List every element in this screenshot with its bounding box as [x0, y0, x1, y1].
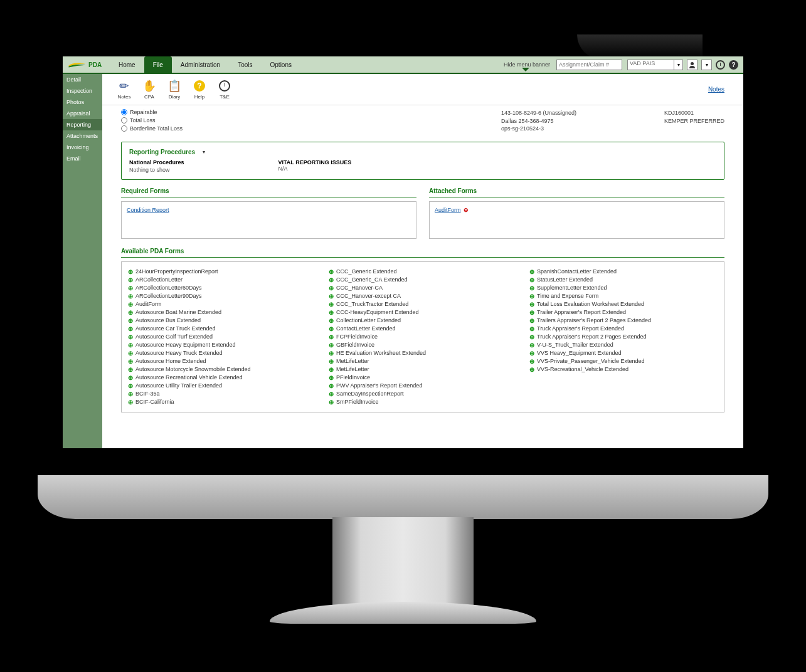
available-form-item[interactable]: ⊕CCC_Hanover-CA: [329, 285, 517, 291]
form-name: Autosource Utility Trailer Extended: [135, 382, 222, 389]
brand-name: PDA: [88, 61, 102, 68]
available-form-item[interactable]: ⊕Autosource Heavy Truck Extended: [128, 350, 316, 357]
available-form-item[interactable]: ⊕VVS-Private_Passenger_Vehicle Extended: [529, 358, 718, 365]
nav-tab-options[interactable]: Options: [262, 56, 300, 73]
available-form-item[interactable]: ⊕Autosource Motorcycle Snowmobile Extend…: [128, 366, 316, 373]
available-form-item[interactable]: ⊕VVS Heavy_Equipment Extended: [529, 350, 718, 357]
form-name: AuditForm: [135, 301, 162, 307]
sidebar-item-invoicing[interactable]: Invoicing: [63, 142, 102, 153]
available-form-item[interactable]: ⊕SupplementLetter Extended: [529, 285, 718, 291]
hide-menu-banner[interactable]: Hide menu banner: [504, 61, 556, 68]
remove-form-icon[interactable]: ⊖: [464, 207, 469, 213]
available-form-item[interactable]: ⊕SpanishContactLetter Extended: [529, 268, 718, 275]
available-form-item[interactable]: ⊕MetLifeLetter: [329, 366, 517, 373]
sidebar-item-appraisal[interactable]: Appraisal: [63, 108, 102, 119]
available-form-item[interactable]: ⊕V-U-S_Truck_Trailer Extended: [529, 342, 718, 349]
available-form-item[interactable]: ⊕Autosource Bus Extended: [128, 317, 316, 324]
radio-total-loss[interactable]: Total Loss: [121, 117, 183, 123]
nav-tab-administration[interactable]: Administration: [172, 56, 229, 73]
search-input[interactable]: [556, 60, 622, 70]
available-form-item[interactable]: ⊕CCC-HeavyEquipment Extended: [329, 309, 517, 316]
tool-notes[interactable]: ✎Notes: [112, 79, 137, 100]
available-form-item[interactable]: ⊕FCPFieldInvoice: [329, 333, 517, 340]
available-form-item[interactable]: ⊕ARCollectionLetter60Days: [128, 285, 316, 291]
tool-help[interactable]: ?Help: [187, 79, 212, 100]
available-form-item[interactable]: ⊕CCC_Generic_CA Extended: [329, 276, 517, 283]
available-form-item[interactable]: ⊕Autosource Home Extended: [128, 358, 316, 365]
available-form-item[interactable]: ⊕AuditForm: [128, 301, 316, 308]
required-form-link[interactable]: Condition Report: [127, 207, 169, 213]
available-form-item[interactable]: ⊕Autosource Boat Marine Extended: [128, 309, 316, 316]
available-form-item[interactable]: ⊕HE Evaluation Worksheet Extended: [329, 350, 517, 357]
sidebar-item-inspection[interactable]: Inspection: [63, 85, 102, 97]
available-form-item[interactable]: ⊕CollectionLetter Extended: [329, 317, 517, 324]
radio-borderline-total-loss[interactable]: Borderline Total Loss: [121, 125, 183, 132]
available-form-item[interactable]: ⊕PWV Appraiser's Report Extended: [329, 382, 517, 389]
vital-issues-value: N/A: [278, 165, 352, 172]
available-form-item[interactable]: ⊕ARCollectionLetter: [128, 276, 316, 283]
available-form-item[interactable]: ⊕Autosource Car Truck Extended: [128, 325, 316, 332]
tool-cpa[interactable]: ✋CPA: [137, 79, 162, 100]
sidebar-item-email[interactable]: Email: [63, 153, 102, 164]
available-form-item[interactable]: ⊕CCC_TruckTractor Extended: [329, 301, 517, 308]
available-form-item[interactable]: ⊕Time and Expense Form: [529, 293, 718, 300]
available-form-item[interactable]: ⊕BCIF-California: [128, 399, 316, 406]
client-info: KDJ160001 KEMPER PREFERRED: [664, 109, 724, 133]
sidebar-item-detail[interactable]: Detail: [63, 74, 102, 85]
available-form-item[interactable]: ⊕SmPFieldInvoice: [329, 399, 517, 406]
radio-input[interactable]: [121, 125, 127, 132]
available-form-item[interactable]: ⊕ARCollectionLetter90Days: [128, 293, 316, 300]
available-form-item[interactable]: ⊕StatusLetter Extended: [529, 276, 718, 283]
radio-input[interactable]: [121, 109, 127, 115]
user-menu-caret[interactable]: ▾: [701, 60, 712, 70]
available-form-item[interactable]: ⊕Trailer Appraiser's Report Extended: [529, 309, 718, 316]
collapse-toggle-icon[interactable]: ▾: [203, 149, 205, 155]
radio-input[interactable]: [121, 117, 127, 123]
available-form-item[interactable]: ⊕CCC_Hanover-except CA: [329, 293, 517, 300]
available-form-item[interactable]: ⊕VVS-Recreational_Vehicle Extended: [529, 366, 718, 373]
add-form-icon: ⊕: [529, 342, 534, 349]
radio-repairable[interactable]: Repairable: [121, 109, 183, 115]
available-form-item[interactable]: ⊕PFieldInvoice: [329, 374, 517, 381]
add-form-icon: ⊕: [529, 309, 534, 316]
add-form-icon: ⊕: [329, 358, 334, 365]
clock-icon[interactable]: [716, 60, 725, 70]
tool-te[interactable]: T&E: [212, 79, 237, 100]
available-form-item[interactable]: ⊕Trailers Appraiser's Report 2 Pages Ext…: [529, 317, 718, 324]
sidebar-item-attachments[interactable]: Attachments: [63, 130, 102, 142]
form-name: Autosource Heavy Truck Extended: [135, 350, 223, 356]
available-form-item[interactable]: ⊕CCC_Generic Extended: [329, 268, 517, 275]
available-form-item[interactable]: ⊕GBFieldInvoice: [329, 342, 517, 349]
assignment-info: 143-108-8249-6 (Unassigned) Dallas 254-3…: [501, 109, 576, 133]
available-form-item[interactable]: ⊕Autosource Golf Turf Extended: [128, 333, 316, 340]
attached-form-item: AuditForm⊖: [435, 207, 469, 213]
form-name: Autosource Boat Marine Extended: [135, 309, 221, 315]
tool-diary[interactable]: 📋Diary: [162, 79, 187, 100]
form-name: SpanishContactLetter Extended: [537, 268, 617, 275]
context-dropdown[interactable]: VAD PAIS ▾: [627, 60, 683, 70]
nav-tab-tools[interactable]: Tools: [229, 56, 261, 73]
available-form-item[interactable]: ⊕Truck Appraiser's Report Extended: [529, 325, 718, 332]
available-form-item[interactable]: ⊕SameDayInspectionReport: [329, 391, 517, 397]
available-form-item[interactable]: ⊕ContactLetter Extended: [329, 325, 517, 332]
chevron-down-icon[interactable]: ▾: [674, 60, 683, 70]
available-form-item[interactable]: ⊕BCIF-35a: [128, 391, 316, 397]
form-name: ARCollectionLetter: [135, 276, 183, 283]
available-form-item[interactable]: ⊕Autosource Recreational Vehicle Extende…: [128, 374, 316, 381]
help-button[interactable]: ?: [729, 60, 738, 70]
form-name: PFieldInvoice: [336, 374, 370, 381]
sidebar-item-reporting[interactable]: Reporting: [63, 119, 102, 130]
sidebar-item-photos[interactable]: Photos: [63, 97, 102, 108]
user-menu-button[interactable]: [687, 60, 697, 70]
nav-tab-file[interactable]: File: [144, 56, 172, 73]
attached-form-link[interactable]: AuditForm: [435, 207, 461, 213]
available-form-item[interactable]: ⊕24HourPropertyInspectionReport: [128, 268, 316, 275]
available-form-item[interactable]: ⊕Truck Appraiser's Report 2 Pages Extend…: [529, 333, 718, 340]
form-name: CCC_TruckTractor Extended: [336, 301, 408, 307]
available-form-item[interactable]: ⊕Total Loss Evaluation Worksheet Extende…: [529, 301, 718, 308]
notes-link[interactable]: Notes: [708, 86, 734, 93]
available-form-item[interactable]: ⊕Autosource Heavy Equipment Extended: [128, 342, 316, 349]
nav-tab-home[interactable]: Home: [110, 56, 144, 73]
available-form-item[interactable]: ⊕Autosource Utility Trailer Extended: [128, 382, 316, 389]
available-form-item[interactable]: ⊕MetLifeLetter: [329, 358, 517, 365]
